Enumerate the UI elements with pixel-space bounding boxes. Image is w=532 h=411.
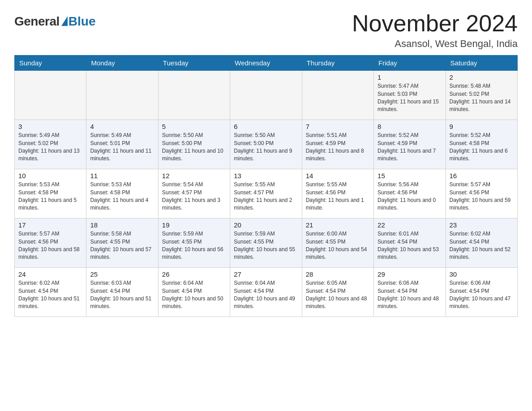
title-area: November 2024 Asansol, West Bengal, Indi… (352, 11, 518, 50)
day-number: 27 (234, 270, 298, 278)
day-number: 5 (162, 123, 226, 130)
week-row-5: 24Sunrise: 6:02 AMSunset: 4:54 PMDayligh… (15, 268, 518, 317)
calendar-cell: 15Sunrise: 5:56 AMSunset: 4:56 PMDayligh… (374, 169, 446, 218)
calendar-cell: 19Sunrise: 5:59 AMSunset: 4:55 PMDayligh… (158, 218, 230, 268)
page-header: General Blue November 2024 Asansol, West… (14, 11, 518, 50)
calendar-cell: 26Sunrise: 6:04 AMSunset: 4:54 PMDayligh… (158, 268, 230, 317)
weekday-header-thursday: Thursday (302, 56, 373, 71)
day-info: Sunrise: 5:47 AMSunset: 5:03 PMDaylight:… (378, 82, 442, 114)
calendar-cell: 8Sunrise: 5:52 AMSunset: 4:59 PMDaylight… (374, 120, 446, 169)
week-row-2: 3Sunrise: 5:49 AMSunset: 5:02 PMDaylight… (15, 120, 518, 169)
day-info: Sunrise: 5:52 AMSunset: 4:58 PMDaylight:… (450, 132, 514, 163)
calendar-cell: 22Sunrise: 6:01 AMSunset: 4:54 PMDayligh… (374, 218, 446, 268)
day-number: 1 (378, 73, 442, 81)
weekday-header-wednesday: Wednesday (230, 56, 302, 71)
day-number: 16 (450, 172, 514, 180)
page-title: November 2024 (352, 11, 518, 36)
day-number: 28 (306, 270, 370, 278)
day-info: Sunrise: 5:54 AMSunset: 4:57 PMDaylight:… (162, 181, 226, 212)
day-info: Sunrise: 6:02 AMSunset: 4:54 PMDaylight:… (450, 230, 514, 261)
calendar-cell: 9Sunrise: 5:52 AMSunset: 4:58 PMDaylight… (446, 120, 517, 169)
day-info: Sunrise: 6:02 AMSunset: 4:54 PMDaylight:… (18, 279, 82, 311)
day-info: Sunrise: 5:58 AMSunset: 4:55 PMDaylight:… (90, 230, 154, 261)
calendar-cell: 1Sunrise: 5:47 AMSunset: 5:03 PMDaylight… (374, 71, 446, 120)
day-info: Sunrise: 5:55 AMSunset: 4:57 PMDaylight:… (234, 181, 298, 212)
day-number: 30 (450, 270, 514, 278)
weekday-header-row: SundayMondayTuesdayWednesdayThursdayFrid… (15, 56, 518, 71)
day-info: Sunrise: 5:55 AMSunset: 4:56 PMDaylight:… (306, 181, 370, 212)
calendar-cell (302, 71, 373, 120)
day-info: Sunrise: 5:50 AMSunset: 5:00 PMDaylight:… (234, 132, 298, 163)
weekday-header-tuesday: Tuesday (158, 56, 230, 71)
day-number: 15 (378, 172, 442, 180)
day-info: Sunrise: 5:59 AMSunset: 4:55 PMDaylight:… (234, 230, 298, 261)
calendar-cell: 2Sunrise: 5:48 AMSunset: 5:02 PMDaylight… (446, 71, 517, 120)
day-info: Sunrise: 5:52 AMSunset: 4:59 PMDaylight:… (378, 132, 442, 163)
calendar-cell: 4Sunrise: 5:49 AMSunset: 5:01 PMDaylight… (86, 120, 158, 169)
day-info: Sunrise: 5:53 AMSunset: 4:58 PMDaylight:… (18, 181, 82, 212)
day-number: 22 (378, 221, 442, 229)
page-subtitle: Asansol, West Bengal, India (352, 38, 518, 50)
calendar-cell (158, 71, 230, 120)
calendar-cell: 17Sunrise: 5:57 AMSunset: 4:56 PMDayligh… (15, 218, 86, 268)
calendar-cell: 16Sunrise: 5:57 AMSunset: 4:56 PMDayligh… (446, 169, 517, 218)
week-row-3: 10Sunrise: 5:53 AMSunset: 4:58 PMDayligh… (15, 169, 518, 218)
calendar-cell: 20Sunrise: 5:59 AMSunset: 4:55 PMDayligh… (230, 218, 302, 268)
day-number: 24 (18, 270, 82, 278)
calendar-cell: 28Sunrise: 6:05 AMSunset: 4:54 PMDayligh… (302, 268, 373, 317)
calendar-cell: 14Sunrise: 5:55 AMSunset: 4:56 PMDayligh… (302, 169, 373, 218)
calendar-cell: 3Sunrise: 5:49 AMSunset: 5:02 PMDaylight… (15, 120, 86, 169)
day-info: Sunrise: 5:57 AMSunset: 4:56 PMDaylight:… (450, 181, 514, 212)
calendar-cell: 6Sunrise: 5:50 AMSunset: 5:00 PMDaylight… (230, 120, 302, 169)
calendar-table: SundayMondayTuesdayWednesdayThursdayFrid… (14, 55, 518, 317)
day-info: Sunrise: 6:06 AMSunset: 4:54 PMDaylight:… (378, 279, 442, 311)
day-number: 25 (90, 270, 154, 278)
calendar-cell (15, 71, 86, 120)
day-number: 26 (162, 270, 226, 278)
day-info: Sunrise: 5:53 AMSunset: 4:58 PMDaylight:… (90, 181, 154, 212)
calendar-cell: 23Sunrise: 6:02 AMSunset: 4:54 PMDayligh… (446, 218, 517, 268)
day-number: 21 (306, 221, 370, 229)
calendar-cell: 30Sunrise: 6:06 AMSunset: 4:54 PMDayligh… (446, 268, 517, 317)
day-info: Sunrise: 6:01 AMSunset: 4:54 PMDaylight:… (378, 230, 442, 261)
day-number: 20 (234, 221, 298, 229)
day-number: 19 (162, 221, 226, 229)
day-info: Sunrise: 5:49 AMSunset: 5:01 PMDaylight:… (90, 132, 154, 163)
day-number: 2 (450, 73, 514, 81)
day-info: Sunrise: 5:57 AMSunset: 4:56 PMDaylight:… (18, 230, 82, 261)
day-info: Sunrise: 5:56 AMSunset: 4:56 PMDaylight:… (378, 181, 442, 212)
calendar-cell: 13Sunrise: 5:55 AMSunset: 4:57 PMDayligh… (230, 169, 302, 218)
day-number: 3 (18, 123, 82, 130)
logo-blue-text: Blue (69, 14, 96, 29)
calendar-cell: 10Sunrise: 5:53 AMSunset: 4:58 PMDayligh… (15, 169, 86, 218)
day-number: 23 (450, 221, 514, 229)
logo: General Blue (14, 14, 95, 29)
day-number: 12 (162, 172, 226, 180)
day-info: Sunrise: 5:48 AMSunset: 5:02 PMDaylight:… (450, 82, 514, 114)
calendar-cell: 29Sunrise: 6:06 AMSunset: 4:54 PMDayligh… (374, 268, 446, 317)
day-number: 13 (234, 172, 298, 180)
day-number: 17 (18, 221, 82, 229)
day-number: 8 (378, 123, 442, 130)
day-info: Sunrise: 6:00 AMSunset: 4:55 PMDaylight:… (306, 230, 370, 261)
weekday-header-monday: Monday (86, 56, 158, 71)
day-number: 11 (90, 172, 154, 180)
day-number: 4 (90, 123, 154, 130)
weekday-header-sunday: Sunday (15, 56, 86, 71)
day-info: Sunrise: 5:51 AMSunset: 4:59 PMDaylight:… (306, 132, 370, 163)
day-info: Sunrise: 5:50 AMSunset: 5:00 PMDaylight:… (162, 132, 226, 163)
calendar-cell: 5Sunrise: 5:50 AMSunset: 5:00 PMDaylight… (158, 120, 230, 169)
day-number: 29 (378, 270, 442, 278)
day-number: 14 (306, 172, 370, 180)
day-number: 6 (234, 123, 298, 130)
calendar-cell (86, 71, 158, 120)
calendar-cell: 18Sunrise: 5:58 AMSunset: 4:55 PMDayligh… (86, 218, 158, 268)
calendar-cell: 27Sunrise: 6:04 AMSunset: 4:54 PMDayligh… (230, 268, 302, 317)
calendar-cell: 12Sunrise: 5:54 AMSunset: 4:57 PMDayligh… (158, 169, 230, 218)
day-number: 18 (90, 221, 154, 229)
calendar-cell: 24Sunrise: 6:02 AMSunset: 4:54 PMDayligh… (15, 268, 86, 317)
calendar-cell (230, 71, 302, 120)
day-info: Sunrise: 6:04 AMSunset: 4:54 PMDaylight:… (162, 279, 226, 311)
logo-triangle-icon (61, 16, 68, 26)
day-info: Sunrise: 6:03 AMSunset: 4:54 PMDaylight:… (90, 279, 154, 311)
